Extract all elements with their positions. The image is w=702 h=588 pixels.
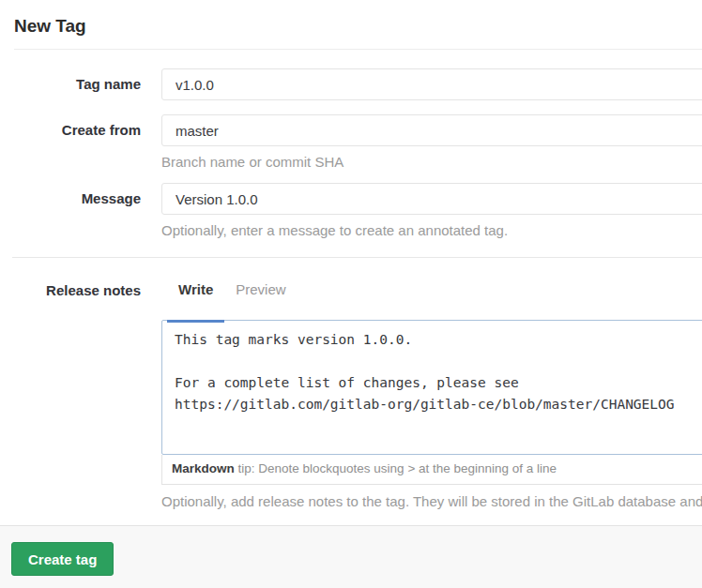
page-header: New Tag	[0, 0, 702, 37]
markdown-tip-bar: Markdown tip: Denote blockquotes using >…	[161, 455, 702, 485]
tag-name-label: Tag name	[0, 68, 141, 100]
create-from-label: Create from	[0, 114, 141, 171]
create-from-input[interactable]	[161, 114, 702, 146]
release-notes-textarea[interactable]: This tag marks version 1.0.0. For a comp…	[161, 320, 702, 455]
message-label: Message	[0, 183, 141, 239]
form-footer: Create tag	[0, 525, 702, 588]
section-divider	[12, 257, 702, 258]
create-from-help: Branch name or commit SHA	[161, 154, 702, 171]
release-notes-help: Optionally, add release notes to the tag…	[161, 493, 702, 510]
release-notes-tabs: Write Preview	[167, 280, 702, 323]
markdown-tip-text: tip: Denote blockquotes using > at the b…	[235, 461, 557, 475]
tab-preview[interactable]: Preview	[224, 280, 297, 323]
new-tag-form: Tag name Create from Branch name or comm…	[0, 50, 702, 510]
message-help: Optionally, enter a message to create an…	[161, 222, 702, 239]
tag-name-row: Tag name	[0, 68, 702, 100]
create-tag-button[interactable]: Create tag	[11, 542, 114, 576]
page-title: New Tag	[14, 15, 688, 37]
markdown-tip-bold: Markdown	[172, 461, 235, 475]
tag-name-input[interactable]	[161, 68, 702, 100]
create-from-row: Create from Branch name or commit SHA	[0, 114, 702, 171]
message-input[interactable]	[161, 183, 702, 215]
release-notes-row: Release notes Write Preview This tag mar…	[0, 280, 702, 510]
message-row: Message Optionally, enter a message to c…	[0, 183, 702, 239]
release-notes-label: Release notes	[0, 280, 141, 510]
tab-write[interactable]: Write	[167, 280, 224, 323]
